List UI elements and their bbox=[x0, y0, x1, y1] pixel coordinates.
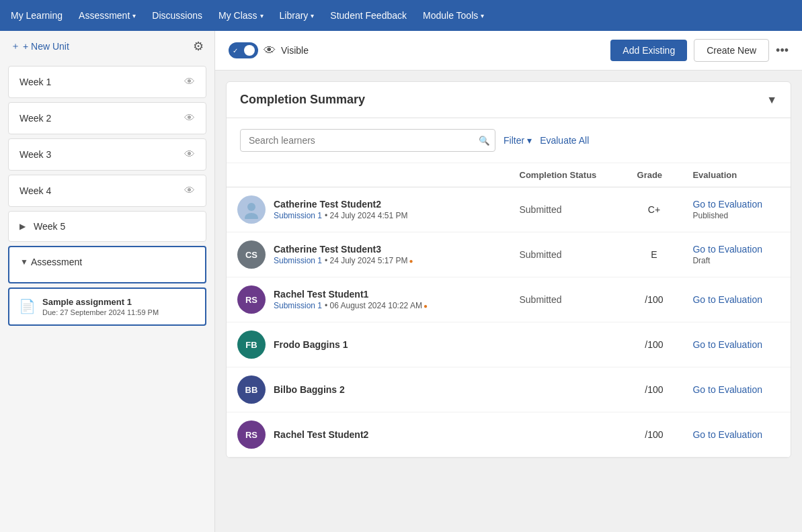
learner-info: Catherine Test Student2 Submission 1 • 2… bbox=[237, 195, 498, 224]
learner-info: CS Catherine Test Student3 Submission 1 … bbox=[237, 240, 498, 269]
search-filter-row: 🔍 Filter ▾ Evaluate All bbox=[227, 118, 791, 163]
sidebar-header: ＋ + New Unit ⚙ bbox=[0, 31, 214, 62]
assignment-due-date: Due: 27 September 2024 11:59 PM bbox=[42, 308, 159, 316]
col-completion-status: Completion Status bbox=[509, 163, 627, 187]
nav-discussions[interactable]: Discussions bbox=[152, 10, 202, 21]
search-box: 🔍 bbox=[240, 129, 495, 152]
search-learners-input[interactable] bbox=[240, 129, 495, 152]
sidebar-item-week2[interactable]: Week 2 👁 bbox=[8, 102, 206, 134]
learner-name: Frodo Baggins 1 bbox=[274, 339, 348, 350]
evaluation-cell: Go to Evaluation bbox=[682, 367, 791, 412]
filter-label: Filter bbox=[504, 135, 524, 146]
table-row: BB Bilbo Baggins 2 /100 Go to Evaluation bbox=[227, 367, 791, 412]
more-options-button[interactable]: ••• bbox=[776, 44, 789, 58]
sidebar-item-assignment[interactable]: 📄 Sample assignment 1 Due: 27 September … bbox=[8, 287, 206, 326]
assignment-title: Sample assignment 1 bbox=[42, 297, 159, 307]
assignment-file-icon: 📄 bbox=[19, 298, 36, 314]
avatar: FB bbox=[237, 330, 266, 359]
grade-cell: /100 bbox=[627, 412, 682, 457]
learner-info-cell: RS Rachel Test Student1 Submission 1 • 0… bbox=[227, 277, 509, 322]
sidebar-item-week1[interactable]: Week 1 👁 bbox=[8, 66, 206, 98]
learner-info-cell: RS Rachel Test Student2 bbox=[227, 412, 509, 457]
learner-name: Catherine Test Student3 bbox=[274, 244, 413, 255]
submission-date: • 06 August 2024 10:22 AM bbox=[325, 301, 422, 310]
sidebar-item-week5[interactable]: ▶ Week 5 bbox=[8, 211, 206, 242]
toggle-check-icon: ✓ bbox=[233, 47, 238, 54]
sidebar-item-week3[interactable]: Week 3 👁 bbox=[8, 138, 206, 171]
learner-info: RS Rachel Test Student2 bbox=[237, 420, 498, 449]
nav-student-feedback[interactable]: Student Feedback bbox=[330, 10, 407, 21]
visibility-toggle-switch[interactable]: ✓ bbox=[229, 42, 258, 58]
assignment-details: Sample assignment 1 Due: 27 September 20… bbox=[42, 297, 159, 316]
status-cell: Submitted bbox=[509, 187, 627, 232]
go-to-evaluation-link[interactable]: Go to Evaluation bbox=[692, 384, 780, 395]
go-to-evaluation-link[interactable]: Go to Evaluation bbox=[692, 199, 780, 210]
evaluation-cell: Go to Evaluation bbox=[682, 277, 791, 322]
submission-link[interactable]: Submission 1 bbox=[274, 211, 322, 220]
grade-cell: C+ bbox=[627, 187, 682, 232]
sidebar: ＋ + New Unit ⚙ Week 1 👁 Week 2 👁 Week 3 … bbox=[0, 31, 215, 532]
status-cell bbox=[509, 322, 627, 367]
learner-text: Bilbo Baggins 2 bbox=[274, 384, 345, 395]
learner-text: Rachel Test Student1 Submission 1 • 06 A… bbox=[274, 289, 428, 310]
go-to-evaluation-link[interactable]: Go to Evaluation bbox=[692, 294, 780, 305]
main-content: ✓ 👁 Visible Add Existing Create New ••• … bbox=[215, 31, 802, 532]
status-cell bbox=[509, 367, 627, 412]
visibility-eye-icon: 👁 bbox=[184, 112, 195, 124]
filter-button[interactable]: Filter ▾ bbox=[504, 135, 532, 146]
nav-my-class[interactable]: My Class ▾ bbox=[218, 10, 264, 21]
visibility-eye-icon: 👁 bbox=[184, 185, 195, 197]
sidebar-item-week4[interactable]: Week 4 👁 bbox=[8, 175, 206, 207]
col-grade: Grade bbox=[627, 163, 682, 187]
week1-label: Week 1 bbox=[19, 77, 51, 87]
search-submit-button[interactable]: 🔍 bbox=[479, 136, 490, 146]
status-cell bbox=[509, 412, 627, 457]
search-icon: 🔍 bbox=[479, 136, 490, 146]
learners-table: Completion Status Grade Evaluation Cathe… bbox=[227, 163, 791, 457]
new-unit-button[interactable]: ＋ + New Unit bbox=[11, 40, 69, 52]
submission-link[interactable]: Submission 1 bbox=[274, 301, 322, 310]
eye-visible-icon: 👁 bbox=[264, 44, 276, 58]
add-existing-button[interactable]: Add Existing bbox=[610, 40, 687, 61]
grade-cell: /100 bbox=[627, 367, 682, 412]
week2-label: Week 2 bbox=[19, 113, 51, 124]
assessment-header: ▼ Assessment bbox=[20, 257, 194, 267]
table-header: Completion Status Grade Evaluation bbox=[227, 163, 791, 187]
evaluate-all-button[interactable]: Evaluate All bbox=[540, 135, 589, 146]
col-evaluation: Evaluation bbox=[682, 163, 791, 187]
week3-label: Week 3 bbox=[19, 149, 51, 160]
avatar: CS bbox=[237, 240, 266, 269]
week5-expand-chevron-icon: ▶ bbox=[19, 222, 26, 231]
visibility-control: ✓ 👁 Visible bbox=[229, 42, 309, 58]
nav-module-tools[interactable]: Module Tools ▾ bbox=[423, 10, 484, 21]
notification-dot: ● bbox=[409, 257, 413, 265]
go-to-evaluation-link[interactable]: Go to Evaluation bbox=[692, 244, 780, 255]
settings-gear-button[interactable]: ⚙ bbox=[193, 39, 204, 54]
avatar bbox=[237, 195, 266, 224]
content-toolbar: ✓ 👁 Visible Add Existing Create New ••• bbox=[215, 31, 802, 71]
assessment-label: Assessment bbox=[31, 257, 82, 267]
nav-library[interactable]: Library ▾ bbox=[280, 10, 315, 21]
create-new-button[interactable]: Create New bbox=[694, 39, 769, 62]
learner-info-cell: Catherine Test Student2 Submission 1 • 2… bbox=[227, 187, 509, 232]
assessment-chevron-icon: ▾ bbox=[132, 12, 136, 19]
new-unit-label: + New Unit bbox=[23, 41, 69, 52]
grade-cell: /100 bbox=[627, 277, 682, 322]
week5-label: Week 5 bbox=[34, 221, 65, 232]
completion-summary-section: Completion Summary ▼ 🔍 Filter ▾ Evaluate… bbox=[226, 81, 791, 458]
sidebar-item-assessment[interactable]: ▼ Assessment bbox=[8, 246, 206, 283]
learner-info: FB Frodo Baggins 1 bbox=[237, 330, 498, 359]
toggle-thumb bbox=[244, 45, 255, 56]
my-class-chevron-icon: ▾ bbox=[260, 12, 264, 19]
nav-assessment[interactable]: Assessment ▾ bbox=[79, 10, 136, 21]
go-to-evaluation-link[interactable]: Go to Evaluation bbox=[692, 339, 780, 350]
go-to-evaluation-link[interactable]: Go to Evaluation bbox=[692, 429, 780, 440]
evaluation-cell: Go to Evaluation bbox=[682, 322, 791, 367]
submission-link[interactable]: Submission 1 bbox=[274, 256, 322, 265]
nav-my-learning[interactable]: My Learning bbox=[11, 10, 63, 21]
learner-text: Catherine Test Student2 Submission 1 • 2… bbox=[274, 199, 408, 220]
completion-summary-title: Completion Summary bbox=[240, 93, 365, 107]
learner-text: Rachel Test Student2 bbox=[274, 429, 368, 440]
completion-collapse-chevron-icon[interactable]: ▼ bbox=[766, 94, 777, 106]
main-layout: ＋ + New Unit ⚙ Week 1 👁 Week 2 👁 Week 3 … bbox=[0, 31, 802, 532]
